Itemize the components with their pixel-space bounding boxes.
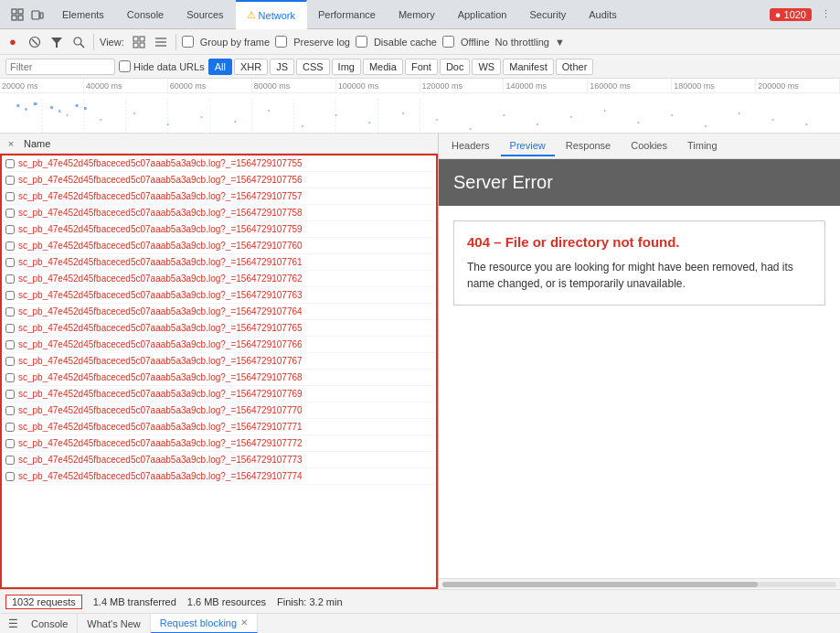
- req-checkbox[interactable]: [5, 209, 15, 218]
- bottom-tab-whats-new[interactable]: What's New: [78, 614, 150, 634]
- req-checkbox[interactable]: [5, 373, 15, 382]
- req-checkbox[interactable]: [5, 472, 15, 481]
- req-checkbox[interactable]: [5, 159, 15, 168]
- req-checkbox[interactable]: [5, 324, 15, 333]
- filter-type-doc[interactable]: Doc: [440, 59, 471, 75]
- req-checkbox[interactable]: [5, 274, 15, 284]
- device-toggle-icon[interactable]: [29, 6, 46, 23]
- filter-type-ws[interactable]: WS: [472, 59, 501, 75]
- filter-type-other[interactable]: Other: [556, 59, 594, 75]
- svg-point-47: [470, 128, 472, 130]
- timeline[interactable]: 20000 ms40000 ms60000 ms80000 ms100000 m…: [0, 79, 840, 134]
- tab-preview[interactable]: Preview: [501, 136, 555, 156]
- offline-checkbox[interactable]: [442, 36, 454, 48]
- req-checkbox[interactable]: [5, 406, 15, 415]
- throttling-dropdown-icon[interactable]: ▼: [555, 37, 565, 48]
- req-checkbox[interactable]: [5, 357, 15, 366]
- no-throttling-label: No throttling: [495, 37, 549, 48]
- request-list-item[interactable]: sc_pb_47e452d45fbaceced5c07aaab5a3a9cb.l…: [2, 419, 436, 435]
- request-list-item[interactable]: sc_pb_47e452d45fbaceced5c07aaab5a3a9cb.l…: [2, 287, 436, 304]
- req-checkbox[interactable]: [5, 340, 15, 349]
- req-checkbox[interactable]: [5, 307, 15, 316]
- search-icon[interactable]: [69, 33, 88, 51]
- finish-time: Finish: 3.2 min: [277, 596, 343, 607]
- tab-sources[interactable]: Sources: [175, 0, 235, 29]
- filter-input[interactable]: [5, 59, 115, 75]
- request-list-item[interactable]: sc_pb_47e452d45fbaceced5c07aaab5a3a9cb.l…: [2, 370, 436, 386]
- request-list-item[interactable]: sc_pb_47e452d45fbaceced5c07aaab5a3a9cb.l…: [2, 435, 436, 452]
- req-checkbox[interactable]: [5, 225, 15, 234]
- filter-type-all[interactable]: All: [208, 59, 232, 75]
- req-checkbox[interactable]: [5, 390, 15, 399]
- request-list-item[interactable]: sc_pb_47e452d45fbaceced5c07aaab5a3a9cb.l…: [2, 337, 436, 353]
- close-request-blocking-icon[interactable]: ✕: [240, 617, 248, 628]
- svg-point-42: [302, 125, 303, 127]
- filter-type-xhr[interactable]: XHR: [234, 59, 268, 75]
- bottom-tab-console[interactable]: Console: [22, 614, 78, 634]
- request-list-item[interactable]: sc_pb_47e452d45fbaceced5c07aaab5a3a9cb.l…: [2, 320, 436, 337]
- filter-type-css[interactable]: CSS: [296, 59, 330, 75]
- tab-cookies[interactable]: Cookies: [622, 136, 676, 156]
- req-checkbox[interactable]: [5, 439, 15, 448]
- group-by-frame-checkbox[interactable]: [182, 36, 194, 48]
- request-list-item[interactable]: sc_pb_47e452d45fbaceced5c07aaab5a3a9cb.l…: [2, 172, 436, 188]
- request-list-item[interactable]: sc_pb_47e452d45fbaceced5c07aaab5a3a9cb.l…: [2, 188, 436, 205]
- close-panel-icon[interactable]: ×: [4, 136, 18, 151]
- drawer-toggle-icon[interactable]: ☰: [4, 614, 22, 634]
- record-button[interactable]: ●: [4, 33, 22, 51]
- tab-performance[interactable]: Performance: [307, 0, 388, 29]
- bottom-tab-request-blocking[interactable]: Request blocking ✕: [151, 614, 258, 634]
- tab-headers[interactable]: Headers: [442, 136, 499, 156]
- preserve-log-checkbox[interactable]: [275, 36, 287, 48]
- request-list-item[interactable]: sc_pb_47e452d45fbaceced5c07aaab5a3a9cb.l…: [2, 353, 436, 370]
- request-list[interactable]: sc_pb_47e452d45fbaceced5c07aaab5a3a9cb.l…: [0, 154, 438, 589]
- tab-response[interactable]: Response: [557, 136, 621, 156]
- tab-application[interactable]: Application: [447, 0, 519, 29]
- req-checkbox[interactable]: [5, 176, 15, 185]
- req-checkbox[interactable]: [5, 456, 15, 465]
- req-checkbox[interactable]: [5, 241, 15, 251]
- req-checkbox[interactable]: [5, 192, 15, 201]
- inspect-icon[interactable]: [9, 6, 26, 23]
- filter-type-img[interactable]: Img: [332, 59, 361, 75]
- filter-type-js[interactable]: JS: [270, 59, 294, 75]
- filter-type-manifest[interactable]: Manifest: [503, 59, 554, 75]
- req-checkbox[interactable]: [5, 258, 15, 267]
- throttling-section: No throttling ▼: [495, 37, 565, 48]
- view-list-icon[interactable]: [152, 33, 170, 51]
- tab-timing[interactable]: Timing: [678, 136, 727, 156]
- request-list-item[interactable]: sc_pb_47e452d45fbaceced5c07aaab5a3a9cb.l…: [2, 304, 436, 320]
- hide-data-urls-checkbox[interactable]: [119, 60, 131, 72]
- request-list-item[interactable]: sc_pb_47e452d45fbaceced5c07aaab5a3a9cb.l…: [2, 156, 436, 172]
- filter-type-media[interactable]: Media: [363, 59, 403, 75]
- tab-memory[interactable]: Memory: [388, 0, 447, 29]
- view-grid-icon[interactable]: [130, 33, 148, 51]
- filter-icon[interactable]: [48, 33, 66, 51]
- request-list-item[interactable]: sc_pb_47e452d45fbaceced5c07aaab5a3a9cb.l…: [2, 386, 436, 402]
- request-list-item[interactable]: sc_pb_47e452d45fbaceced5c07aaab5a3a9cb.l…: [2, 221, 436, 238]
- filter-type-font[interactable]: Font: [405, 59, 438, 75]
- request-list-item[interactable]: sc_pb_47e452d45fbaceced5c07aaab5a3a9cb.l…: [2, 452, 436, 468]
- tab-elements[interactable]: Elements: [51, 0, 116, 29]
- req-checkbox[interactable]: [5, 423, 15, 432]
- request-list-item[interactable]: sc_pb_47e452d45fbaceced5c07aaab5a3a9cb.l…: [2, 402, 436, 419]
- more-options-icon[interactable]: ⋮: [821, 8, 831, 20]
- request-list-item[interactable]: sc_pb_47e452d45fbaceced5c07aaab5a3a9cb.l…: [2, 238, 436, 254]
- tab-network[interactable]: ⚠ Network: [236, 0, 307, 29]
- request-panel-header: × Name: [0, 134, 438, 154]
- tab-console[interactable]: Console: [116, 0, 175, 29]
- transferred-size: 1.4 MB transferred: [93, 596, 176, 607]
- request-list-item[interactable]: sc_pb_47e452d45fbaceced5c07aaab5a3a9cb.l…: [2, 271, 436, 287]
- server-error-header: Server Error: [439, 159, 840, 206]
- tab-audits[interactable]: Audits: [578, 0, 629, 29]
- req-checkbox[interactable]: [5, 291, 15, 300]
- clear-button[interactable]: [26, 33, 44, 51]
- request-list-item[interactable]: sc_pb_47e452d45fbaceced5c07aaab5a3a9cb.l…: [2, 205, 436, 221]
- request-list-item[interactable]: sc_pb_47e452d45fbaceced5c07aaab5a3a9cb.l…: [2, 254, 436, 271]
- disable-cache-checkbox[interactable]: [356, 36, 367, 48]
- tab-security[interactable]: Security: [518, 0, 578, 29]
- group-by-frame-section: Group by frame: [182, 36, 271, 48]
- request-list-item[interactable]: sc_pb_47e452d45fbaceced5c07aaab5a3a9cb.l…: [2, 468, 436, 485]
- svg-rect-5: [40, 13, 43, 18]
- preview-horizontal-scrollbar[interactable]: [439, 578, 840, 589]
